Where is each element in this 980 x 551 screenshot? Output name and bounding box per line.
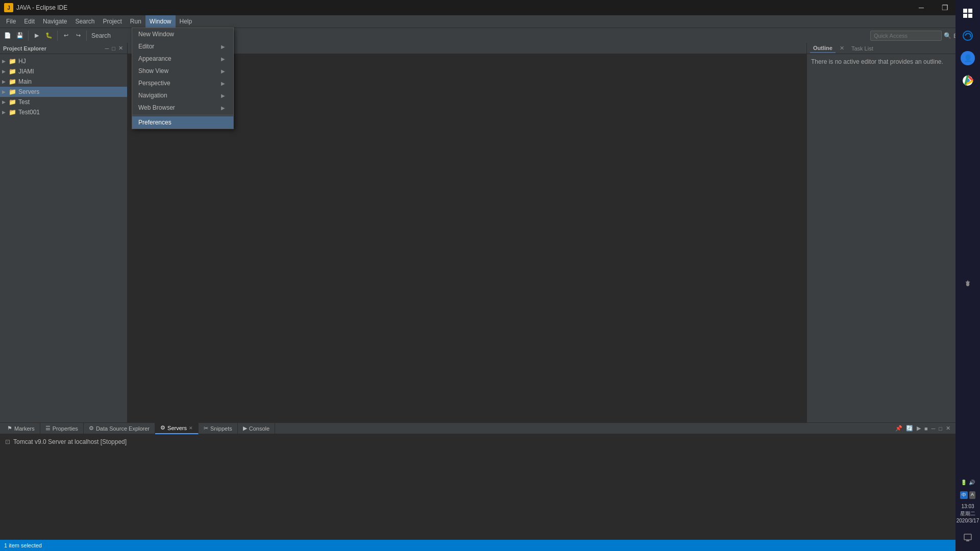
tree-label-servers: Servers	[18, 88, 39, 95]
menu-run[interactable]: Run	[126, 15, 145, 28]
tab-console[interactable]: ▶ Console	[238, 423, 275, 434]
tree-item-test[interactable]: ▶ 📁 Test	[0, 97, 127, 107]
toolbar-sep-3	[86, 31, 87, 41]
toolbar-save[interactable]: 💾	[14, 30, 26, 41]
tree-item-hj[interactable]: ▶ 📁 HJ	[0, 56, 127, 66]
taskbar-people-icon[interactable]: 👤	[959, 49, 977, 67]
explorer-close-btn[interactable]: ✕	[117, 45, 124, 52]
menu-project[interactable]: Project	[99, 15, 126, 28]
toolbar-run[interactable]: ▶	[31, 30, 42, 41]
svg-rect-3	[968, 14, 972, 18]
bottom-minimize-btn[interactable]: ─	[930, 425, 937, 432]
menu-window[interactable]: Window	[145, 15, 176, 28]
outline-content: There is no active editor that provides …	[807, 54, 980, 69]
show-view-arrow: ▶	[221, 68, 225, 74]
restore-button[interactable]: ❐	[933, 0, 957, 15]
menu-edit[interactable]: Edit	[20, 15, 39, 28]
svg-rect-1	[968, 9, 972, 13]
tree-item-jiami[interactable]: ▶ 📁 JIAMI	[0, 66, 127, 77]
menu-help[interactable]: Help	[176, 15, 197, 28]
taskbar-bottom: 🔋 🔊 中 A 13:03 星期二 2020/3/17	[957, 480, 979, 547]
toolbar-undo[interactable]: ↩	[60, 30, 71, 41]
tree-label-main: Main	[18, 78, 32, 85]
menu-file[interactable]: File	[2, 15, 20, 28]
tree-item-servers[interactable]: ▶ 📁 Servers	[0, 87, 127, 97]
server-item-tomcat[interactable]: ⊡ Tomcat v9.0 Server at localhost [Stopp…	[4, 436, 951, 447]
dropdown-navigation[interactable]: Navigation ▶	[132, 89, 233, 102]
project-tree: ▶ 📁 HJ ▶ 📁 JIAMI ▶ 📁 Main ▶ 📁 Servers ▶	[0, 54, 127, 422]
minimize-button[interactable]: ─	[910, 0, 933, 15]
server-icon-tomcat: ⊡	[5, 438, 10, 445]
win-taskbar: 👤 🔋 🔊 中 A 13:03 星期二 2020/3/17	[955, 0, 980, 551]
markers-label: Markers	[14, 425, 35, 432]
toolbar-redo[interactable]: ↪	[72, 30, 84, 41]
tab-markers[interactable]: ⚑ Markers	[2, 423, 40, 434]
search-label: Search	[91, 32, 111, 39]
tab-data-source-explorer[interactable]: ⚙ Data Source Explorer	[84, 423, 155, 434]
taskbar-battery-icon: 🔋	[961, 480, 967, 485]
dropdown-preferences[interactable]: Preferences	[132, 116, 233, 129]
svg-rect-2	[963, 14, 967, 18]
bottom-stop-btn[interactable]: ■	[923, 425, 929, 432]
task-list-tab[interactable]: Task List	[848, 44, 876, 53]
bottom-close-btn[interactable]: ✕	[945, 425, 951, 432]
taskbar-clock: 13:03 星期二 2020/3/17	[957, 503, 979, 524]
dropdown-web-browser[interactable]: Web Browser ▶	[132, 102, 233, 114]
taskbar-edge-icon[interactable]	[959, 27, 977, 45]
toolbar-debug[interactable]: 🐛	[43, 30, 55, 41]
data-source-label: Data Source Explorer	[96, 425, 150, 432]
menu-search[interactable]: Search	[71, 15, 99, 28]
explorer-minimize-btn[interactable]: ─	[104, 45, 110, 52]
console-label: Console	[249, 425, 270, 432]
taskbar-chrome-icon[interactable]	[959, 71, 977, 90]
dropdown-perspective[interactable]: Perspective ▶	[132, 77, 233, 89]
outline-panel: Outline ✕ Task List ─ □ ✕ There is no ac…	[806, 43, 980, 422]
status-selected: 1 item selected	[4, 542, 42, 548]
tree-label-test: Test	[18, 98, 30, 106]
tree-arrow-servers: ▶	[2, 89, 8, 94]
toolbar-sep-1	[28, 31, 29, 41]
tree-item-main[interactable]: ▶ 📁 Main	[0, 77, 127, 87]
tab-servers[interactable]: ⚙ Servers ✕	[155, 423, 199, 434]
outline-close-icon[interactable]: ✕	[838, 44, 846, 53]
taskbar-gear-icon[interactable]	[959, 276, 977, 294]
bottom-sync-btn[interactable]: 🔄	[905, 425, 914, 432]
taskbar-lang-icons: 中 A	[960, 491, 975, 499]
server-label-tomcat: Tomcat v9.0 Server at localhost [Stopped…	[13, 438, 127, 445]
bottom-run-btn[interactable]: ▶	[916, 425, 922, 432]
taskbar-windows-icon[interactable]	[959, 4, 977, 22]
bottom-pin-btn[interactable]: 📌	[894, 425, 903, 432]
project-explorer-panel: Project Explorer ─ □ ✕ ▶ 📁 HJ ▶ 📁 JIAMI …	[0, 43, 128, 422]
clock-date: 2020/3/17	[957, 517, 979, 524]
toolbar-new[interactable]: 📄	[2, 30, 13, 41]
dropdown-new-window[interactable]: New Window	[132, 28, 233, 40]
title-bar: J JAVA - Eclipse IDE ─ ❐ ✕	[0, 0, 980, 15]
bottom-maximize-btn[interactable]: □	[938, 425, 943, 432]
console-icon: ▶	[243, 425, 247, 432]
taskbar-show-desktop[interactable]	[959, 529, 977, 547]
markers-icon: ⚑	[7, 425, 12, 432]
menu-navigate[interactable]: Navigate	[39, 15, 71, 28]
tree-arrow-test: ▶	[2, 99, 8, 105]
quick-access-input[interactable]	[870, 31, 942, 41]
outline-header: Outline ✕ Task List ─ □ ✕	[807, 43, 980, 54]
quick-access-icon-1[interactable]: 🔍	[944, 32, 951, 39]
dropdown-appearance[interactable]: Appearance ▶	[132, 53, 233, 65]
dropdown-show-view[interactable]: Show View ▶	[132, 65, 233, 77]
servers-tab-close[interactable]: ✕	[189, 425, 193, 431]
new-window-label: New Window	[138, 31, 174, 38]
taskbar-lang-zh[interactable]: 中	[960, 491, 968, 499]
web-browser-arrow: ▶	[221, 105, 225, 111]
project-explorer-title: Project Explorer	[3, 45, 102, 52]
dropdown-editor[interactable]: Editor ▶	[132, 40, 233, 53]
tree-item-test001[interactable]: ▶ 📁 Test001	[0, 107, 127, 117]
tab-snippets[interactable]: ✂ Snippets	[199, 423, 238, 434]
explorer-maximize-btn[interactable]: □	[111, 45, 116, 52]
outline-tab[interactable]: Outline	[810, 44, 836, 53]
search-area: Search	[89, 32, 113, 39]
title-text: JAVA - Eclipse IDE	[16, 4, 67, 11]
tab-properties[interactable]: ☰ Properties	[40, 423, 84, 434]
project-explorer-header: Project Explorer ─ □ ✕	[0, 43, 127, 54]
taskbar-lang-en[interactable]: A	[969, 491, 975, 499]
folder-icon-hj: 📁	[8, 57, 16, 65]
